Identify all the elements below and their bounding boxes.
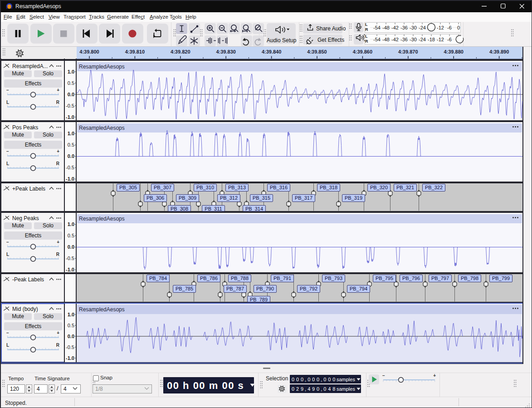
svg-text:+: + [433, 373, 436, 378]
svg-text:−: − [382, 373, 385, 378]
